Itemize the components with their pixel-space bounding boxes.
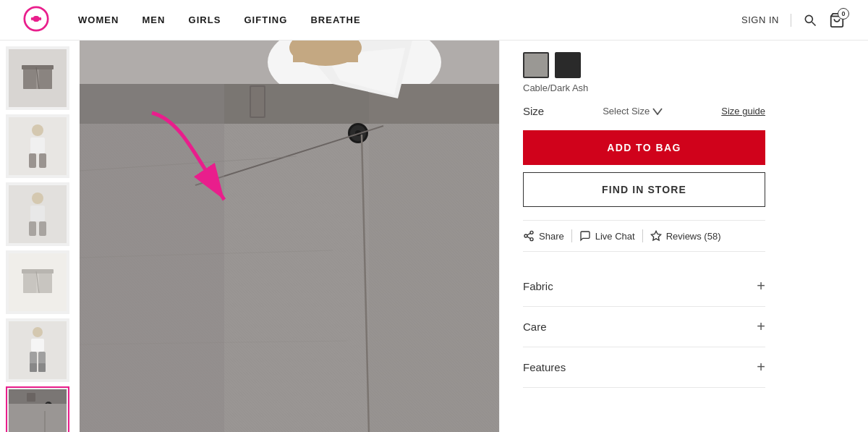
svg-rect-30 bbox=[38, 352, 46, 365]
thumbnail-sidebar bbox=[0, 41, 80, 432]
share-label: Share bbox=[539, 231, 564, 242]
color-name-label: Cable/Dark Ash bbox=[523, 82, 765, 93]
find-in-store-button[interactable]: FIND IN STORE bbox=[523, 172, 765, 207]
svg-line-2 bbox=[812, 22, 816, 25]
chevron-down-icon bbox=[652, 108, 663, 115]
size-guide-link[interactable]: Size guide bbox=[721, 106, 765, 117]
share-icon bbox=[523, 230, 535, 242]
nav-item-girls[interactable]: GIRLS bbox=[189, 14, 221, 25]
size-select-text: Select Size bbox=[603, 106, 650, 117]
star-icon bbox=[650, 230, 662, 242]
logo-icon bbox=[23, 6, 49, 32]
svg-point-27 bbox=[33, 327, 43, 337]
accordion-fabric-label: Fabric bbox=[523, 280, 553, 292]
thumbnail-1[interactable] bbox=[6, 114, 69, 178]
add-to-bag-button[interactable]: ADD TO BAG bbox=[523, 130, 765, 165]
main-content: Cable/Dark Ash Size Select Size Size gui… bbox=[0, 41, 868, 432]
svg-rect-13 bbox=[29, 153, 36, 168]
svg-rect-29 bbox=[30, 352, 37, 365]
thumbnail-5[interactable] bbox=[6, 386, 69, 432]
svg-marker-69 bbox=[651, 231, 660, 240]
cart-button[interactable]: 0 bbox=[829, 12, 845, 28]
accordion-fabric-plus: + bbox=[757, 278, 765, 295]
header-divider bbox=[791, 14, 791, 27]
accordion-care[interactable]: Care + bbox=[523, 307, 765, 347]
accordion-features-label: Features bbox=[523, 361, 566, 373]
cart-count: 0 bbox=[838, 8, 849, 20]
svg-point-66 bbox=[530, 238, 533, 241]
live-chat-button[interactable]: Live Chat bbox=[572, 230, 642, 242]
nav-item-breathe[interactable]: BREATHE bbox=[310, 14, 360, 25]
thumbnail-image-5 bbox=[9, 389, 67, 432]
thumbnail-image-3 bbox=[9, 253, 67, 311]
svg-rect-6 bbox=[23, 67, 36, 89]
thumbnail-image-0 bbox=[9, 49, 67, 107]
logo[interactable] bbox=[23, 6, 49, 34]
social-actions-row: Share Live Chat Reviews (58) bbox=[523, 220, 765, 252]
svg-rect-23 bbox=[39, 271, 52, 293]
color-swatches bbox=[523, 52, 765, 78]
svg-line-68 bbox=[527, 233, 531, 235]
svg-rect-38 bbox=[9, 404, 67, 432]
thumbnail-3[interactable] bbox=[6, 250, 69, 314]
svg-point-1 bbox=[805, 15, 812, 22]
share-button[interactable]: Share bbox=[523, 230, 571, 242]
svg-point-65 bbox=[524, 234, 527, 237]
svg-rect-22 bbox=[23, 271, 36, 293]
svg-rect-58 bbox=[293, 41, 358, 62]
main-product-image[interactable] bbox=[80, 41, 499, 432]
swatch-dark-ash[interactable] bbox=[555, 52, 581, 78]
svg-rect-18 bbox=[29, 221, 36, 236]
svg-point-11 bbox=[32, 124, 43, 136]
main-nav: WOMEN MEN GIRLS GIFTING BREATHE bbox=[78, 14, 741, 25]
svg-rect-47 bbox=[251, 87, 264, 117]
thumbnail-4[interactable] bbox=[6, 318, 69, 382]
product-details-panel: Cable/Dark Ash Size Select Size Size gui… bbox=[499, 41, 788, 432]
header-actions: SIGN IN 0 bbox=[741, 12, 845, 28]
thumbnail-2[interactable] bbox=[6, 182, 69, 246]
reviews-button[interactable]: Reviews (58) bbox=[643, 230, 728, 242]
svg-rect-53 bbox=[80, 84, 224, 432]
size-select[interactable]: Select Size bbox=[603, 106, 663, 117]
accordion-fabric[interactable]: Fabric + bbox=[523, 266, 765, 307]
reviews-label: Reviews (58) bbox=[666, 231, 721, 242]
svg-line-67 bbox=[527, 237, 531, 239]
svg-rect-24 bbox=[22, 269, 54, 274]
search-icon bbox=[803, 13, 817, 27]
svg-rect-35 bbox=[27, 393, 35, 402]
svg-rect-8 bbox=[22, 65, 54, 69]
live-chat-label: Live Chat bbox=[595, 231, 635, 242]
thumbnail-image-4 bbox=[9, 321, 67, 379]
svg-point-64 bbox=[530, 231, 533, 234]
header: WOMEN MEN GIRLS GIFTING BREATHE SIGN IN … bbox=[0, 0, 868, 41]
svg-rect-12 bbox=[30, 137, 45, 153]
nav-item-gifting[interactable]: GIFTING bbox=[244, 14, 287, 25]
product-image-bg bbox=[80, 41, 499, 432]
svg-rect-7 bbox=[39, 67, 52, 89]
search-button[interactable] bbox=[803, 13, 817, 27]
accordion-care-label: Care bbox=[523, 321, 547, 333]
swatch-cable-dark-ash[interactable] bbox=[523, 52, 549, 78]
accordion-features[interactable]: Features + bbox=[523, 347, 765, 388]
svg-rect-54 bbox=[369, 84, 499, 432]
thumbnail-image-1 bbox=[9, 117, 67, 175]
nav-item-men[interactable]: MEN bbox=[142, 14, 165, 25]
svg-rect-28 bbox=[31, 339, 44, 352]
accordion-features-plus: + bbox=[757, 359, 765, 376]
size-row: Size Select Size Size guide bbox=[523, 105, 765, 120]
svg-point-16 bbox=[32, 192, 43, 204]
svg-rect-32 bbox=[38, 363, 46, 372]
svg-rect-17 bbox=[30, 206, 45, 221]
svg-rect-19 bbox=[39, 221, 46, 236]
nav-item-women[interactable]: WOMEN bbox=[78, 14, 119, 25]
svg-rect-14 bbox=[39, 153, 46, 168]
sign-in-button[interactable]: SIGN IN bbox=[741, 14, 779, 25]
svg-rect-34 bbox=[9, 389, 67, 404]
thumbnail-0[interactable] bbox=[6, 46, 69, 110]
thumbnail-image-2 bbox=[9, 185, 67, 243]
chat-icon bbox=[579, 230, 591, 242]
svg-rect-31 bbox=[30, 363, 37, 372]
size-label: Size bbox=[523, 105, 544, 117]
product-image-svg bbox=[80, 41, 499, 432]
accordion-care-plus: + bbox=[757, 318, 765, 335]
